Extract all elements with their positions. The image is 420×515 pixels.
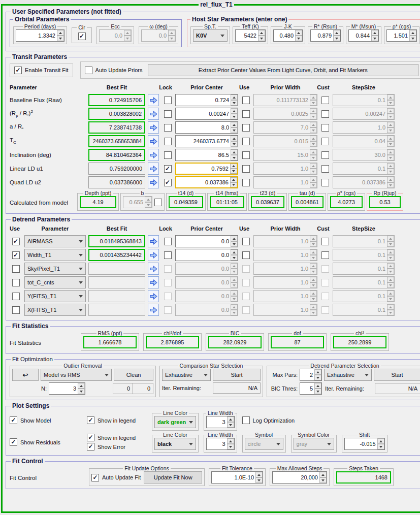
spin-down-icon[interactable] [310, 182, 317, 188]
spin-up-icon[interactable] [387, 163, 394, 169]
spin-up-icon[interactable] [258, 30, 265, 36]
prior-center-input[interactable]: 0.0 [175, 249, 238, 261]
cir-checkbox[interactable] [78, 33, 86, 40]
step-size-input[interactable]: 30.0 [333, 149, 395, 161]
use-prior-checkbox[interactable] [242, 138, 250, 145]
spin-up-icon[interactable] [310, 291, 317, 296]
spin-down-icon[interactable] [310, 169, 317, 174]
copy-best-to-prior-icon[interactable] [148, 94, 159, 106]
spin-up-icon[interactable] [310, 263, 317, 269]
use-detrend-checkbox[interactable] [12, 265, 20, 273]
model-show-in-legend-checkbox[interactable] [87, 416, 94, 424]
spinner-buttons[interactable] [57, 30, 64, 41]
spin-up-icon[interactable] [387, 136, 394, 141]
jk-input[interactable]: 0.480 [273, 29, 303, 42]
use-prior-checkbox[interactable] [242, 179, 250, 186]
lock-checkbox[interactable] [164, 124, 172, 132]
impact-b-input[interactable]: 0.655 [123, 196, 152, 208]
spinner-buttons[interactable] [310, 291, 317, 302]
step-size-input[interactable]: 0.1 [333, 263, 395, 275]
spin-up-icon[interactable] [231, 304, 238, 310]
spin-down-icon[interactable] [227, 422, 234, 428]
prior-width-input[interactable]: 1.0 [253, 290, 317, 302]
prior-width-input[interactable]: 1.0 [253, 263, 317, 275]
prior-width-input[interactable]: 1.0 [253, 176, 317, 188]
spinner-buttons[interactable] [319, 472, 327, 483]
spin-up-icon[interactable] [387, 177, 394, 182]
spin-up-icon[interactable] [387, 94, 394, 100]
spin-up-icon[interactable] [231, 108, 238, 114]
prior-width-input[interactable]: 0.015 [253, 135, 317, 147]
spin-up-icon[interactable] [231, 122, 238, 127]
spinner-buttons[interactable] [230, 177, 237, 187]
spinner-buttons[interactable] [310, 163, 317, 174]
spinner-buttons[interactable] [310, 149, 317, 160]
spin-up-icon[interactable] [387, 108, 394, 114]
spin-down-icon[interactable] [387, 182, 394, 188]
spin-down-icon[interactable] [387, 114, 394, 119]
spin-up-icon[interactable] [387, 122, 394, 127]
spin-up-icon[interactable] [387, 277, 394, 282]
spinner-buttons[interactable] [310, 122, 317, 133]
spinner-buttons[interactable] [231, 249, 238, 261]
prior-center-input[interactable]: 0.0 [175, 235, 238, 247]
spinner-buttons[interactable] [231, 291, 238, 302]
log-optimization-checkbox[interactable] [242, 416, 250, 424]
spin-down-icon[interactable] [231, 255, 238, 261]
spin-up-icon[interactable] [371, 30, 378, 36]
spin-down-icon[interactable] [387, 241, 394, 247]
model-line-width-input[interactable]: 3 [206, 416, 235, 428]
spin-down-icon[interactable] [231, 141, 238, 147]
cust-checkbox[interactable] [321, 96, 329, 104]
spin-up-icon[interactable] [124, 30, 131, 36]
max-allowed-steps-input[interactable]: 20,000 [272, 471, 327, 484]
spinner-buttons[interactable] [387, 249, 394, 261]
spin-up-icon[interactable] [255, 472, 263, 477]
spin-up-icon[interactable] [310, 94, 317, 100]
spin-up-icon[interactable] [310, 108, 317, 114]
copy-best-to-prior-icon[interactable] [148, 108, 159, 120]
spin-up-icon[interactable] [310, 149, 317, 155]
step-size-input[interactable]: 0.037386 [333, 176, 395, 188]
spin-up-icon[interactable] [231, 136, 238, 141]
spin-down-icon[interactable] [387, 155, 394, 160]
spin-up-icon[interactable] [168, 30, 175, 36]
spinner-buttons[interactable] [387, 304, 394, 315]
lock-checkbox[interactable] [164, 293, 172, 300]
extract-priors-button[interactable]: Extract Prior Center Values From Light C… [148, 64, 418, 76]
cust-checkbox[interactable] [321, 293, 329, 300]
spin-down-icon[interactable] [230, 169, 237, 174]
prior-center-input[interactable]: 2460373.6774 [175, 135, 238, 147]
use-prior-checkbox[interactable] [242, 165, 250, 173]
spin-down-icon[interactable] [310, 100, 317, 106]
spinner-buttons[interactable] [377, 438, 384, 449]
prior-width-input[interactable]: 1.0 [253, 249, 317, 261]
spin-down-icon[interactable] [377, 444, 384, 449]
lock-checkbox[interactable] [164, 238, 172, 245]
spinner-buttons[interactable] [231, 277, 238, 288]
detrend-param-select[interactable]: Sky/Pixel_T1 [24, 263, 86, 275]
spin-down-icon[interactable] [387, 282, 394, 288]
spin-down-icon[interactable] [387, 296, 394, 302]
spin-down-icon[interactable] [310, 255, 317, 261]
spinner-buttons[interactable] [310, 177, 317, 188]
spin-up-icon[interactable] [231, 236, 238, 241]
spectral-type-select[interactable]: K0V [193, 29, 228, 42]
spinner-buttons[interactable] [387, 163, 394, 174]
spin-up-icon[interactable] [409, 30, 416, 36]
use-prior-checkbox[interactable] [242, 96, 250, 104]
spin-down-icon[interactable] [310, 155, 317, 160]
update-fit-now-button[interactable]: Update Fit Now [144, 471, 202, 484]
spinner-buttons[interactable] [387, 94, 394, 106]
prior-width-input[interactable]: 1.0 [253, 276, 317, 288]
spinner-buttons[interactable] [227, 438, 234, 449]
spinner-buttons[interactable] [387, 291, 394, 302]
use-prior-checkbox[interactable] [242, 306, 250, 314]
spin-up-icon[interactable] [387, 263, 394, 269]
use-prior-checkbox[interactable] [242, 151, 250, 159]
spin-down-icon[interactable] [231, 241, 238, 247]
lock-checkbox[interactable] [164, 251, 172, 259]
copy-best-to-prior-icon[interactable] [148, 176, 159, 188]
spinner-buttons[interactable] [310, 108, 317, 119]
spin-down-icon[interactable] [387, 269, 394, 274]
